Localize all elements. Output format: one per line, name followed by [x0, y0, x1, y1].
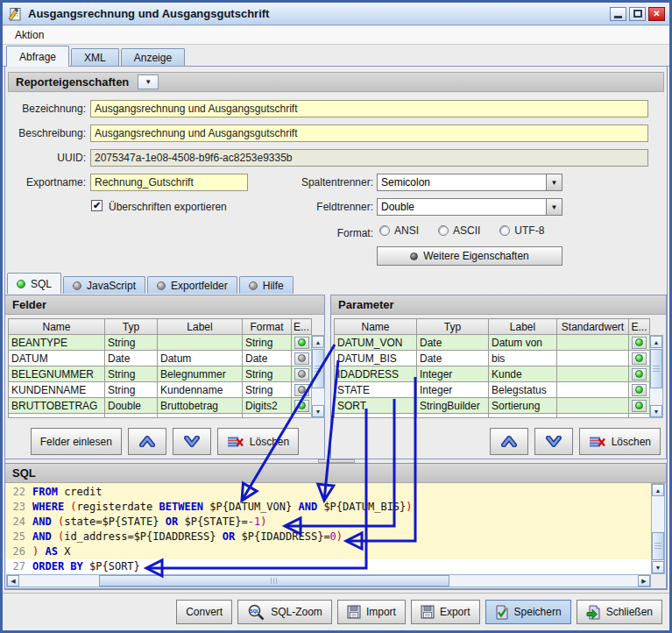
scroll-up-icon[interactable]: ▲ [652, 484, 664, 496]
cell[interactable]: Datum [158, 351, 243, 366]
felder-delete-button[interactable]: Löschen [217, 428, 299, 455]
table-row[interactable]: DATUM_BISDatebis [335, 351, 650, 366]
table-row[interactable]: SORTStringBuilderSortierung [335, 398, 650, 414]
column-header-name[interactable]: Name [335, 319, 417, 335]
scroll-up-icon[interactable]: ▲ [650, 336, 662, 348]
cell[interactable]: BRUTTOBETRAG [9, 398, 105, 414]
menu-aktion[interactable]: Aktion [10, 27, 49, 43]
radio-icon[interactable] [499, 225, 510, 236]
cell[interactable]: Double [105, 398, 158, 414]
sql-line-25[interactable]: 25AND (id_address=$P{IDADDRESS} OR $P{ID… [6, 530, 651, 544]
column-header-name[interactable]: Name [9, 319, 105, 335]
cell[interactable]: Bruttobetrag [158, 398, 243, 414]
cell[interactable]: BEANTYPE [9, 335, 105, 351]
cell[interactable]: DATUM_VON [335, 335, 417, 351]
scroll-right-icon[interactable]: ▶ [638, 575, 650, 587]
cell[interactable]: BELEGNUMMER [9, 366, 105, 382]
minimize-button[interactable] [610, 7, 626, 21]
cell[interactable]: Integer [417, 382, 489, 398]
column-header-format[interactable]: Format [243, 319, 292, 335]
parameter-delete-button[interactable]: Löschen [579, 428, 661, 455]
collapse-section-button[interactable]: ▼ [138, 75, 159, 89]
cell[interactable]: IDADDRESS [335, 366, 417, 382]
status-button[interactable] [294, 368, 309, 381]
tab-xml[interactable]: XML [71, 48, 119, 66]
maximize-button[interactable] [629, 7, 646, 21]
table-row[interactable]: DATUM_VONDateDatum von [335, 335, 650, 351]
table-row[interactable]: IDADDRESSIntegerKunde [335, 366, 650, 382]
cell[interactable]: String [105, 335, 158, 351]
cell-status[interactable] [629, 366, 650, 382]
status-button[interactable] [294, 352, 309, 365]
cell[interactable] [557, 335, 629, 351]
cell[interactable]: Date [105, 351, 158, 366]
cell[interactable]: KUNDENNAME [9, 382, 105, 398]
status-button[interactable] [632, 368, 647, 381]
tab-anzeige[interactable]: Anzeige [121, 48, 185, 66]
cell[interactable]: Date [417, 351, 489, 366]
cell[interactable]: STATE [335, 382, 417, 398]
ueberschriften-checkbox[interactable]: ✔ [91, 200, 103, 211]
feldtrenner-combo[interactable]: Double ▼ [377, 198, 562, 216]
sql-horizontal-scrollbar[interactable]: ◀ ▶ [6, 574, 651, 587]
cell[interactable]: Kundenname [158, 382, 243, 398]
sql-editor[interactable]: 22FROM credit23WHERE (registerdate BETWE… [6, 483, 651, 574]
format-option-ansi[interactable]: ANSI [379, 224, 419, 237]
parameter-move-up-button[interactable] [490, 428, 528, 455]
format-option-utf-8[interactable]: UTF-8 [499, 224, 544, 237]
felder-move-up-button[interactable] [128, 428, 166, 455]
radio-icon[interactable] [438, 225, 449, 236]
parameter-move-down-button[interactable] [534, 428, 573, 455]
table-row[interactable]: BRUTTOBETRAGDoubleBruttobetragDigits2 [9, 398, 312, 414]
status-button[interactable] [632, 384, 647, 396]
cell-status[interactable] [629, 398, 650, 414]
cell[interactable]: DATUM_BIS [335, 351, 417, 366]
cell[interactable]: SORT [335, 398, 417, 414]
cell[interactable] [557, 366, 629, 382]
sql-zoom-button[interactable]: SQLSQL-Zoom [237, 600, 332, 624]
cell-status[interactable] [629, 351, 650, 366]
scroll-down-icon[interactable]: ▼ [650, 405, 662, 417]
column-header-e[interactable]: E... [629, 319, 650, 335]
cell[interactable]: Datum von [489, 335, 557, 351]
scroll-left-icon[interactable]: ◀ [7, 575, 19, 587]
subtab-exportfelder[interactable]: Exportfelder [147, 276, 237, 294]
felder-move-down-button[interactable] [173, 428, 211, 455]
cell[interactable]: String [243, 382, 292, 398]
combo-arrow-icon[interactable]: ▼ [546, 199, 562, 215]
column-header-label[interactable]: Label [158, 319, 243, 335]
column-header-standardwert[interactable]: Standardwert [557, 319, 629, 335]
felder-einlesen-button[interactable]: Felder einlesen [31, 428, 122, 455]
cell-status[interactable] [629, 382, 650, 398]
bezeichnung-field[interactable] [90, 100, 648, 117]
uuid-field[interactable] [90, 149, 648, 167]
status-button[interactable] [632, 400, 647, 412]
radio-icon[interactable] [379, 225, 390, 236]
subtab-javascript[interactable]: JavaScript [63, 276, 145, 294]
cell[interactable]: StringBuilder [417, 398, 489, 414]
format-option-ascii[interactable]: ASCII [438, 224, 480, 237]
cell[interactable]: String [105, 366, 158, 382]
scrollbar-thumb[interactable] [312, 349, 324, 388]
cell[interactable]: String [243, 366, 292, 382]
column-header-label[interactable]: Label [489, 319, 557, 335]
cell-status[interactable] [292, 382, 312, 398]
scrollbar-thumb[interactable] [99, 575, 449, 587]
cell[interactable]: bis [489, 351, 557, 366]
scrollbar-thumb[interactable] [650, 349, 662, 388]
sql-line-24[interactable]: 24AND (state=$P{STATE} OR $P{STATE}=-1) [6, 515, 651, 530]
convert-button[interactable]: Convert [176, 600, 232, 624]
cell[interactable]: Sortierung [489, 398, 557, 414]
sql-vertical-scrollbar[interactable]: ▲ ▼ [651, 483, 665, 574]
beschreibung-field[interactable] [90, 124, 648, 142]
schliessen-button[interactable]: Schließen [577, 600, 662, 624]
cell[interactable]: Belegnummer [158, 366, 243, 382]
cell[interactable]: String [105, 382, 158, 398]
sql-line-23[interactable]: 23WHERE (registerdate BETWEEN $P{DATUM_V… [6, 500, 651, 515]
table-row[interactable]: BELEGNUMMERStringBelegnummerString [9, 366, 312, 382]
cell[interactable]: Belegstatus [489, 382, 557, 398]
cell-status[interactable] [292, 351, 312, 366]
sql-line-27[interactable]: 27ORDER BY $P{SORT} [6, 559, 651, 574]
cell[interactable] [557, 398, 629, 414]
status-button[interactable] [294, 384, 309, 396]
